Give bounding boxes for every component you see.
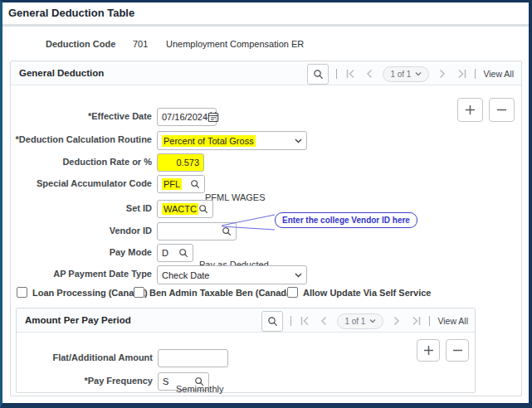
chevron-down-icon [415,71,422,76]
flat-additional-amount-label: Flat/Additional Amount [17,352,153,362]
first-page-icon [346,69,355,79]
special-accumulator-value: PFL [162,178,182,190]
pay-mode-label: Pay Mode [11,247,152,257]
effective-date-label: *Effective Date [11,111,152,121]
flat-additional-amount-field[interactable] [158,349,228,367]
calc-routine-label: *Deduction Calculation Routine [11,134,152,144]
separator [336,69,337,79]
set-id-field[interactable]: WACTC [157,200,213,218]
pay-mode-field[interactable]: D [157,244,193,262]
last-page-icon [457,69,466,79]
loan-processing-label: Loan Processing (Canada) [32,288,148,298]
title-bar: General Deduction Table [2,2,529,27]
search-button[interactable] [261,311,283,332]
pay-mode-value: D [162,248,168,258]
ap-payment-date-type-label: AP Payment Date Type [11,269,152,279]
next-page-button[interactable] [437,67,448,80]
special-accumulator-label: Special Accumulator Code [11,178,152,188]
last-page-icon [412,316,421,326]
pay-frequency-value: S [163,376,168,386]
special-accumulator-helper: PFML WAGES [205,192,266,202]
page-indicator-text: 1 of 1 [390,70,411,79]
prev-page-button[interactable] [318,314,329,328]
ap-payment-date-type-select[interactable]: Check Date [157,265,307,284]
general-deduction-table-window: General Deduction Table Deduction Code 7… [0,0,532,408]
amount-per-pay-period-nav: 1 of 1 [261,311,468,331]
chevron-down-icon [295,273,302,278]
prev-page-button[interactable] [364,67,375,80]
vendor-id-label: Vendor ID [11,226,152,236]
chevron-right-icon [439,69,446,79]
set-id-value: WACTC [162,203,198,215]
row-action-buttons [417,339,469,362]
callout-connector-lines [220,214,275,232]
minus-icon [452,345,463,356]
effective-date-value: 07/16/2024 [162,112,207,122]
pay-frequency-label: *Pay Frequency [17,376,153,386]
chevron-down-icon [295,138,302,143]
add-row-button[interactable] [417,339,440,362]
calendar-icon[interactable] [207,111,219,123]
loan-processing-checkbox[interactable] [17,287,27,298]
last-page-button[interactable] [456,67,467,80]
chevron-left-icon [366,69,373,79]
ap-payment-date-type-value: Check Date [162,270,209,280]
amount-per-pay-period-title: Amount Per Pay Period [25,315,131,325]
chevron-down-icon [369,318,376,323]
first-page-button[interactable] [299,314,310,328]
deduction-code-label: Deduction Code [46,39,115,49]
search-button[interactable] [307,64,329,85]
pay-frequency-helper: Semimnthly [176,384,223,394]
minus-icon [496,104,507,115]
loan-processing-row: Loan Processing (Canada) [17,287,148,298]
calc-routine-value: Percent of Total Gross [162,135,256,147]
general-deduction-nav: 1 of 1 View All [307,64,514,84]
special-accumulator-field[interactable]: PFL [157,175,205,193]
effective-date-field[interactable]: 07/16/2024 [157,108,217,126]
search-icon [313,69,324,80]
last-page-button[interactable] [410,314,422,328]
page-title: General Deduction Table [8,7,134,19]
first-page-button[interactable] [344,67,356,80]
amount-per-pay-period-section: Amount Per Pay Period [16,308,476,393]
deduction-rate-value: 0.573 [176,158,199,168]
first-page-icon [300,316,310,326]
lookup-icon[interactable] [198,204,208,214]
deduction-rate-field[interactable]: 0.573 [157,153,204,172]
view-all-link[interactable]: View All [437,316,468,326]
separator [475,69,476,79]
separator [429,316,430,326]
view-all-link[interactable]: View All [483,69,514,79]
ben-admin-taxable-label: Ben Admin Taxable Ben (Canada) [149,288,295,298]
search-icon [267,316,278,327]
plus-icon [423,345,434,356]
deduction-rate-label: Deduction Rate or % [11,157,152,167]
page-indicator[interactable]: 1 of 1 [383,66,429,82]
allow-update-self-service-checkbox[interactable] [287,287,298,298]
remove-row-button[interactable] [489,98,515,122]
general-deduction-header: General Deduction [11,61,521,85]
chevron-right-icon [393,316,400,326]
deduction-description: Unemployment Compensation ER [166,39,304,49]
remove-row-button[interactable] [446,339,469,362]
calc-routine-select[interactable]: Percent of Total Gross [157,131,307,150]
lookup-icon[interactable] [190,179,200,189]
row-action-buttons [457,98,515,122]
chevron-left-icon [320,316,327,326]
general-deduction-section: General Deduction [10,61,522,396]
set-id-label: Set ID [11,203,152,213]
deduction-code-value: 701 [133,39,148,49]
amount-per-pay-period-header: Amount Per Pay Period [17,308,475,333]
general-deduction-title: General Deduction [19,68,104,78]
plus-icon [465,104,476,115]
page-indicator[interactable]: 1 of 1 [337,313,383,329]
separator [290,316,291,326]
page-indicator-text: 1 of 1 [344,317,365,326]
lookup-icon[interactable] [178,248,188,258]
allow-update-self-service-label: Allow Update Via Self Service [303,288,431,298]
add-row-button[interactable] [457,98,483,122]
allow-update-self-service-row: Allow Update Via Self Service [287,287,431,298]
vendor-id-callout: Enter the college Vendor ID here [275,212,417,228]
next-page-button[interactable] [391,314,403,328]
ben-admin-taxable-checkbox[interactable] [134,287,144,298]
